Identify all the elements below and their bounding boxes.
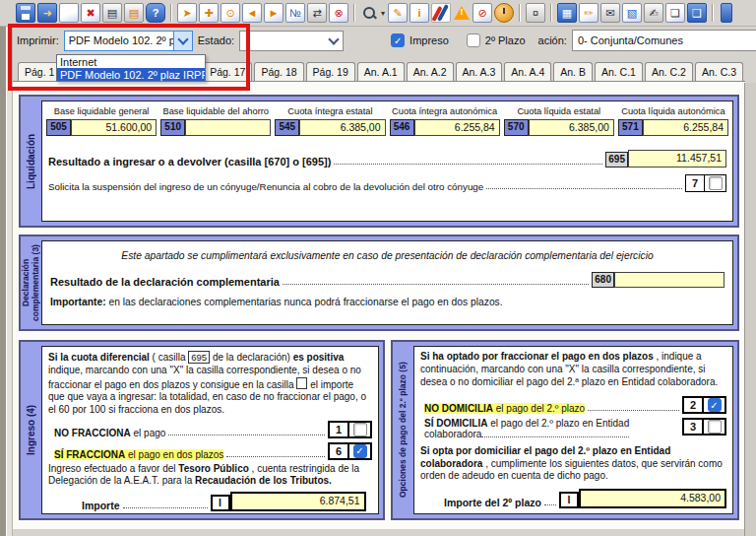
insert-record-icon[interactable] [220, 3, 240, 23]
help-icon[interactable] [146, 3, 165, 23]
column-header: Base liquidable general [46, 106, 157, 117]
section-opciones-2-plazo: Opciones de pago del 2.º plazo (5) Si ha… [391, 340, 739, 520]
si-fracciona-checkbox[interactable] [353, 444, 367, 458]
select-record-icon[interactable] [177, 3, 197, 23]
importe-value[interactable]: 6.874,51 [230, 492, 366, 511]
imprimir-combobox[interactable]: PDF Modelo 102. 2º p [64, 31, 193, 51]
complementaria-nota: Este apartado se cumplimentará exclusiva… [52, 250, 723, 261]
tab-pag-18[interactable]: Pág. 18 [254, 62, 303, 81]
tab-an-b[interactable]: An. B [553, 62, 593, 81]
impreso-checkbox[interactable] [391, 34, 405, 47]
tab-an-a2[interactable]: An. A.2 [407, 62, 454, 81]
new-document-icon[interactable] [59, 3, 79, 23]
declaracion-input[interactable]: 0- Conjunta/Comunes [572, 30, 756, 51]
imprimir-label: Imprimir: [17, 34, 59, 46]
si-domicilia-rest: el pago del 2.º plazo en Entidad [487, 418, 629, 429]
si-domicilia-label: SÍ DOMICILIA [424, 418, 487, 429]
dropdown-option-pdf-modelo[interactable]: PDF Modelo 102. 2º plaz IRPF [57, 68, 205, 81]
tab-pag-19[interactable]: Pág. 19 [306, 62, 355, 81]
estado-combobox[interactable] [239, 31, 344, 51]
chevron-down-icon [328, 34, 339, 44]
casilla-number-2: 2 [684, 398, 704, 412]
security-icon[interactable] [526, 3, 545, 23]
field-570: 5706.385,00 [504, 119, 614, 137]
dropdown-option-internet[interactable]: Internet [57, 55, 205, 68]
save-as-icon[interactable] [37, 3, 57, 23]
dot-leader [168, 435, 325, 436]
importe-label: Importe [82, 500, 120, 511]
tab-an-a4[interactable]: An. A.4 [504, 62, 551, 81]
estado-label: Estado: [198, 34, 234, 46]
toolbar-separator [353, 4, 355, 22]
tesoro-text: Ingreso efectuado a favor del [48, 463, 176, 474]
field-6: 6 [328, 442, 372, 460]
dropdown-caret-icon[interactable]: ▾ [381, 9, 385, 18]
section-declaracion-complementaria: Declaración complementaria (3) Este apar… [19, 234, 739, 331]
export-image-icon[interactable] [622, 3, 642, 23]
tab-an-a1[interactable]: An. A.1 [357, 62, 405, 81]
field-value[interactable]: 51.600,00 [71, 119, 157, 137]
aeat-logo-icon[interactable] [431, 3, 451, 23]
intro-bold: Si ha optado por fraccionar el pago en d… [420, 351, 654, 362]
tab-an-c3[interactable]: An. C.3 [695, 62, 743, 81]
discard-document-icon[interactable] [472, 3, 492, 23]
print-settings-icon[interactable] [124, 3, 144, 23]
plazo2-label: 2º Plazo [485, 34, 526, 46]
no-fracciona-checkbox[interactable] [353, 423, 367, 436]
field-2: 2 [682, 396, 726, 414]
imprimir-combobox-button[interactable] [173, 32, 192, 50]
tab-an-a3[interactable]: An. A.3 [456, 62, 503, 81]
section-liquidacion-label: Liquidación [21, 99, 41, 224]
field-value[interactable]: 6.385,00 [299, 119, 385, 137]
print-icon[interactable] [102, 3, 122, 23]
field-value[interactable]: 6.255,84 [414, 119, 500, 137]
tab-an-c1[interactable]: An. C.1 [595, 62, 643, 81]
tab-an-c2[interactable]: An. C.2 [645, 62, 693, 81]
section-ingreso-label: Ingreso (4) [21, 344, 41, 516]
previous-record-icon[interactable] [242, 3, 262, 23]
calculator-icon[interactable] [557, 3, 577, 23]
dot-leader [588, 410, 679, 411]
delete-document-icon[interactable] [81, 3, 100, 23]
suspension-checkbox[interactable] [709, 176, 723, 190]
field-545: 5456.385,00 [275, 119, 385, 137]
window-icon[interactable] [687, 3, 707, 23]
column-header: Cuota íntegra estatal [275, 106, 385, 117]
field-value[interactable]: 6.385,00 [529, 119, 614, 137]
estado-combobox-button[interactable] [325, 32, 343, 50]
importe-2plazo-value[interactable]: 4.583,00 [579, 489, 726, 508]
field-680-value[interactable] [614, 272, 724, 288]
field-510: 510 [160, 119, 271, 137]
intro-text: ( casilla [153, 352, 186, 363]
dot-leader [334, 164, 602, 165]
signature-icon[interactable] [644, 3, 663, 23]
info-document-icon[interactable] [410, 3, 429, 23]
no-record-icon[interactable] [285, 3, 305, 23]
field-value[interactable] [185, 119, 271, 137]
si-domicilia-checkbox[interactable] [708, 420, 722, 434]
edit-document-icon[interactable] [579, 3, 598, 23]
warning-icon[interactable] [453, 4, 471, 22]
field-value[interactable]: 6.255,84 [643, 119, 728, 137]
tab-pag-1[interactable]: Pág. 1 [18, 62, 61, 81]
validate-document-icon[interactable] [388, 3, 408, 23]
save-icon[interactable] [16, 3, 35, 23]
plazo2-checkbox[interactable] [467, 34, 480, 47]
search-icon[interactable] [360, 4, 378, 22]
transfer-icon[interactable] [307, 3, 327, 23]
preview-document-icon[interactable] [665, 3, 685, 23]
casilla-number: 571 [618, 119, 643, 137]
ingreso-intro-paragraph: Si la cuota diferencial ( casilla 695 de… [48, 351, 372, 417]
cancel-record-icon[interactable] [329, 3, 348, 23]
field-695-value[interactable]: 11.457,51 [628, 150, 726, 168]
casilla-I: I [211, 495, 230, 511]
history-icon[interactable] [494, 3, 514, 23]
opta-paragraph: Si opta por domiciliar el pago del 2.º p… [420, 445, 726, 483]
next-record-icon[interactable] [264, 3, 284, 23]
no-domicilia-checkbox[interactable] [708, 398, 722, 412]
toolbar: ▾ [0, 0, 756, 27]
add-record-icon[interactable] [199, 3, 219, 23]
send-mail-icon[interactable] [600, 3, 620, 23]
tesoro-paragraph: Ingreso efectuado a favor del Tesoro Púb… [48, 463, 372, 488]
tab-pag-17[interactable]: Pág. 17 [203, 62, 252, 81]
